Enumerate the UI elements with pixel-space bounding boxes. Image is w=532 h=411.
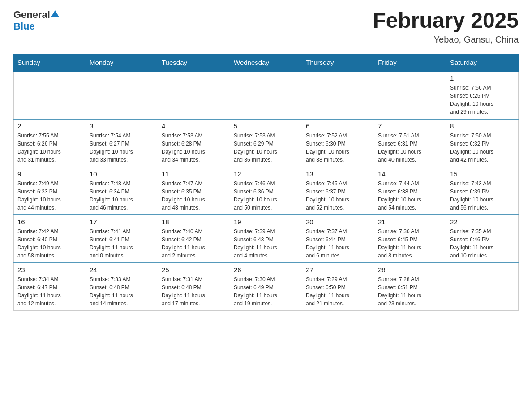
day-info: Sunrise: 7:39 AM Sunset: 6:43 PM Dayligh… xyxy=(234,227,298,260)
day-number: 25 xyxy=(162,266,226,274)
calendar-cell xyxy=(14,71,86,119)
day-number: 21 xyxy=(378,218,442,226)
day-info: Sunrise: 7:41 AM Sunset: 6:41 PM Dayligh… xyxy=(90,227,154,260)
day-number: 23 xyxy=(17,266,82,274)
day-number: 24 xyxy=(90,266,154,274)
calendar-header-row: SundayMondayTuesdayWednesdayThursdayFrid… xyxy=(14,54,519,71)
calendar-week-row: 16Sunrise: 7:42 AM Sunset: 6:40 PM Dayli… xyxy=(14,215,519,263)
day-number: 7 xyxy=(378,122,442,130)
day-info: Sunrise: 7:37 AM Sunset: 6:44 PM Dayligh… xyxy=(306,227,370,260)
day-number: 16 xyxy=(17,218,82,226)
calendar-cell: 28Sunrise: 7:28 AM Sunset: 6:51 PM Dayli… xyxy=(374,263,446,311)
day-info: Sunrise: 7:50 AM Sunset: 6:32 PM Dayligh… xyxy=(450,132,515,164)
day-info: Sunrise: 7:29 AM Sunset: 6:50 PM Dayligh… xyxy=(306,275,370,308)
calendar-cell: 17Sunrise: 7:41 AM Sunset: 6:41 PM Dayli… xyxy=(86,215,158,263)
day-number: 15 xyxy=(450,170,515,178)
day-number: 4 xyxy=(162,122,226,130)
calendar-cell: 19Sunrise: 7:39 AM Sunset: 6:43 PM Dayli… xyxy=(230,215,302,263)
day-info: Sunrise: 7:48 AM Sunset: 6:34 PM Dayligh… xyxy=(90,180,154,212)
calendar-cell: 1Sunrise: 7:56 AM Sunset: 6:25 PM Daylig… xyxy=(446,71,519,119)
day-number: 28 xyxy=(378,266,442,274)
calendar-cell xyxy=(374,71,446,119)
calendar-cell: 24Sunrise: 7:33 AM Sunset: 6:48 PM Dayli… xyxy=(86,263,158,311)
day-number: 20 xyxy=(306,218,370,226)
day-info: Sunrise: 7:34 AM Sunset: 6:47 PM Dayligh… xyxy=(17,275,82,308)
day-info: Sunrise: 7:33 AM Sunset: 6:48 PM Dayligh… xyxy=(90,275,154,308)
calendar-week-row: 23Sunrise: 7:34 AM Sunset: 6:47 PM Dayli… xyxy=(14,263,519,311)
logo-blue-text: Blue xyxy=(13,21,35,32)
day-number: 27 xyxy=(306,266,370,274)
day-info: Sunrise: 7:52 AM Sunset: 6:30 PM Dayligh… xyxy=(306,132,370,164)
calendar-cell: 25Sunrise: 7:31 AM Sunset: 6:48 PM Dayli… xyxy=(158,263,230,311)
day-number: 18 xyxy=(162,218,226,226)
calendar-cell: 10Sunrise: 7:48 AM Sunset: 6:34 PM Dayli… xyxy=(86,167,158,215)
day-info: Sunrise: 7:35 AM Sunset: 6:46 PM Dayligh… xyxy=(450,227,515,260)
day-number: 26 xyxy=(234,266,298,274)
calendar-cell: 6Sunrise: 7:52 AM Sunset: 6:30 PM Daylig… xyxy=(302,119,374,167)
day-info: Sunrise: 7:54 AM Sunset: 6:27 PM Dayligh… xyxy=(90,132,154,164)
day-number: 8 xyxy=(450,122,515,130)
calendar-cell: 18Sunrise: 7:40 AM Sunset: 6:42 PM Dayli… xyxy=(158,215,230,263)
calendar-cell: 20Sunrise: 7:37 AM Sunset: 6:44 PM Dayli… xyxy=(302,215,374,263)
calendar-cell: 16Sunrise: 7:42 AM Sunset: 6:40 PM Dayli… xyxy=(14,215,86,263)
day-number: 19 xyxy=(234,218,298,226)
calendar-cell xyxy=(302,71,374,119)
calendar-header-friday: Friday xyxy=(374,54,446,71)
day-info: Sunrise: 7:45 AM Sunset: 6:37 PM Dayligh… xyxy=(306,180,370,212)
day-info: Sunrise: 7:36 AM Sunset: 6:45 PM Dayligh… xyxy=(378,227,442,260)
day-number: 9 xyxy=(17,170,82,178)
calendar-header-monday: Monday xyxy=(86,54,158,71)
day-info: Sunrise: 7:53 AM Sunset: 6:28 PM Dayligh… xyxy=(162,132,226,164)
day-info: Sunrise: 7:43 AM Sunset: 6:39 PM Dayligh… xyxy=(450,180,515,212)
calendar-header-tuesday: Tuesday xyxy=(158,54,230,71)
day-info: Sunrise: 7:42 AM Sunset: 6:40 PM Dayligh… xyxy=(17,227,82,260)
day-info: Sunrise: 7:47 AM Sunset: 6:35 PM Dayligh… xyxy=(162,180,226,212)
day-number: 12 xyxy=(234,170,298,178)
calendar-cell: 8Sunrise: 7:50 AM Sunset: 6:32 PM Daylig… xyxy=(446,119,519,167)
calendar-cell: 11Sunrise: 7:47 AM Sunset: 6:35 PM Dayli… xyxy=(158,167,230,215)
day-number: 11 xyxy=(162,170,226,178)
day-info: Sunrise: 7:44 AM Sunset: 6:38 PM Dayligh… xyxy=(378,180,442,212)
calendar-cell xyxy=(86,71,158,119)
page-header: General Blue February 2025 Yebao, Gansu,… xyxy=(13,9,519,45)
day-number: 5 xyxy=(234,122,298,130)
calendar-header-thursday: Thursday xyxy=(302,54,374,71)
logo: General Blue xyxy=(13,9,59,32)
day-number: 17 xyxy=(90,218,154,226)
logo-general-text: General xyxy=(13,9,50,21)
calendar-week-row: 9Sunrise: 7:49 AM Sunset: 6:33 PM Daylig… xyxy=(14,167,519,215)
calendar-cell: 22Sunrise: 7:35 AM Sunset: 6:46 PM Dayli… xyxy=(446,215,519,263)
day-info: Sunrise: 7:51 AM Sunset: 6:31 PM Dayligh… xyxy=(378,132,442,164)
calendar-cell: 3Sunrise: 7:54 AM Sunset: 6:27 PM Daylig… xyxy=(86,119,158,167)
calendar-cell: 21Sunrise: 7:36 AM Sunset: 6:45 PM Dayli… xyxy=(374,215,446,263)
calendar-header-saturday: Saturday xyxy=(446,54,519,71)
day-number: 3 xyxy=(90,122,154,130)
calendar-cell: 12Sunrise: 7:46 AM Sunset: 6:36 PM Dayli… xyxy=(230,167,302,215)
calendar-cell: 9Sunrise: 7:49 AM Sunset: 6:33 PM Daylig… xyxy=(14,167,86,215)
day-number: 22 xyxy=(450,218,515,226)
calendar-week-row: 2Sunrise: 7:55 AM Sunset: 6:26 PM Daylig… xyxy=(14,119,519,167)
day-info: Sunrise: 7:55 AM Sunset: 6:26 PM Dayligh… xyxy=(17,132,82,164)
day-number: 1 xyxy=(450,74,515,82)
day-info: Sunrise: 7:56 AM Sunset: 6:25 PM Dayligh… xyxy=(450,84,515,116)
calendar-week-row: 1Sunrise: 7:56 AM Sunset: 6:25 PM Daylig… xyxy=(14,71,519,119)
day-info: Sunrise: 7:49 AM Sunset: 6:33 PM Dayligh… xyxy=(17,180,82,212)
calendar-cell xyxy=(446,263,519,311)
day-info: Sunrise: 7:28 AM Sunset: 6:51 PM Dayligh… xyxy=(378,275,442,308)
calendar-cell: 23Sunrise: 7:34 AM Sunset: 6:47 PM Dayli… xyxy=(14,263,86,311)
location-title: Yebao, Gansu, China xyxy=(373,34,519,45)
calendar-header-wednesday: Wednesday xyxy=(230,54,302,71)
day-info: Sunrise: 7:46 AM Sunset: 6:36 PM Dayligh… xyxy=(234,180,298,212)
calendar-cell xyxy=(230,71,302,119)
calendar-cell: 7Sunrise: 7:51 AM Sunset: 6:31 PM Daylig… xyxy=(374,119,446,167)
day-number: 6 xyxy=(306,122,370,130)
calendar-cell: 14Sunrise: 7:44 AM Sunset: 6:38 PM Dayli… xyxy=(374,167,446,215)
day-info: Sunrise: 7:30 AM Sunset: 6:49 PM Dayligh… xyxy=(234,275,298,308)
calendar-cell: 27Sunrise: 7:29 AM Sunset: 6:50 PM Dayli… xyxy=(302,263,374,311)
day-info: Sunrise: 7:53 AM Sunset: 6:29 PM Dayligh… xyxy=(234,132,298,164)
day-number: 2 xyxy=(17,122,82,130)
calendar-cell: 15Sunrise: 7:43 AM Sunset: 6:39 PM Dayli… xyxy=(446,167,519,215)
calendar-header-sunday: Sunday xyxy=(14,54,86,71)
day-info: Sunrise: 7:40 AM Sunset: 6:42 PM Dayligh… xyxy=(162,227,226,260)
calendar-cell: 4Sunrise: 7:53 AM Sunset: 6:28 PM Daylig… xyxy=(158,119,230,167)
